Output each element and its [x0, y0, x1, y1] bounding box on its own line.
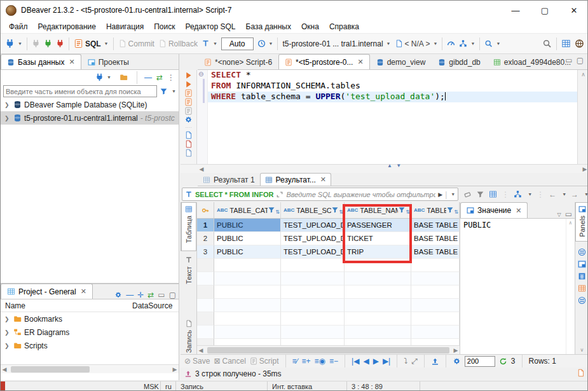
- notification-badge[interactable]: [1, 381, 5, 391]
- scroll-right-icon[interactable]: ▶: [171, 366, 179, 373]
- column-datasource[interactable]: DataSource: [128, 301, 172, 310]
- side-tab-запись[interactable]: Запись: [181, 317, 196, 353]
- execute-script-icon[interactable]: [184, 89, 193, 97]
- panel-value-icon[interactable]: [578, 260, 586, 268]
- maximize-panel-button[interactable]: ▢: [169, 291, 176, 299]
- grid-empty-row[interactable]: [197, 285, 460, 299]
- menu-item-7[interactable]: Справка: [324, 21, 364, 32]
- close-icon[interactable]: ✕: [357, 58, 363, 66]
- grid-hscrollbar[interactable]: ◀ ▶: [197, 345, 460, 354]
- filter-history-icon[interactable]: ▼: [451, 192, 455, 196]
- filters-menu-icon[interactable]: [476, 190, 484, 198]
- menu-item-3[interactable]: Поиск: [149, 21, 180, 32]
- statusbar-locale[interactable]: ru: [161, 381, 176, 391]
- chevron-down-icon[interactable]: ▼: [562, 192, 566, 196]
- explain-plan-icon[interactable]: [184, 107, 193, 115]
- sql-editor-button[interactable]: SQL▼: [72, 36, 111, 51]
- editor-settings-gear-icon[interactable]: [184, 116, 193, 124]
- value-vscrollbar[interactable]: ∧: [566, 219, 575, 354]
- grid-row-2[interactable]: 2PUBLICTEST_UPLOAD_DATTICKETBASE TABLE: [197, 232, 460, 245]
- db-tab-0[interactable]: Базы данных✕: [1, 54, 81, 69]
- results-grid[interactable]: ABCTABLE_CATA⇅ABCTABLE_SCHE⇅ABCTABLE_NAM…: [197, 202, 460, 354]
- side-tab-таблица[interactable]: Таблица: [181, 202, 196, 251]
- code-line-1[interactable]: FROM INFORMATION_SCHEMA.tables: [208, 81, 577, 92]
- transaction-log-button[interactable]: ▼: [256, 36, 275, 51]
- grid-empty-row[interactable]: [197, 299, 460, 312]
- apply-filter-icon[interactable]: ▶: [438, 191, 442, 198]
- output-console-icon[interactable]: [184, 149, 193, 157]
- fetch-page-icon[interactable]: ⤵: [404, 357, 407, 366]
- edit-row-icon[interactable]: ≡∕: [292, 357, 298, 366]
- grouping-panel-icon[interactable]: [578, 296, 586, 305]
- close-button[interactable]: ✕: [559, 1, 588, 20]
- metadata-panel-icon[interactable]: [578, 284, 586, 292]
- column-filter-sort-icons[interactable]: ⇅: [398, 206, 409, 215]
- db-tab-1[interactable]: Проекты: [81, 54, 135, 69]
- dashboard-button[interactable]: [445, 36, 457, 51]
- editor-vscrollbar[interactable]: ∧: [577, 70, 588, 164]
- minimize-panel-button[interactable]: ▭: [565, 210, 572, 218]
- row-number-3[interactable]: 3: [197, 245, 214, 259]
- chevron-down-icon[interactable]: ▼: [528, 192, 532, 196]
- sort-icon[interactable]: ⇅: [406, 209, 409, 215]
- view-options-icon[interactable]: [514, 190, 522, 198]
- db-tree-item-1[interactable]: ❯t5-prostore-01.ru-central1.internal - t…: [1, 111, 179, 125]
- prev-row-icon[interactable]: ◀: [363, 357, 369, 366]
- copy-row-icon[interactable]: ≡◉: [315, 357, 325, 366]
- sort-icon[interactable]: ⇅: [275, 209, 279, 215]
- connection-selector[interactable]: t5-prostore-01 ... tral1.internal▼: [280, 36, 392, 51]
- minimize-panel-button[interactable]: ▭: [158, 291, 165, 299]
- expand-all-button[interactable]: ✛: [137, 291, 144, 299]
- tab-panels[interactable]: Panels: [575, 202, 588, 242]
- scroll-left-icon[interactable]: ◀: [1, 366, 8, 373]
- grid-cell-r2c1[interactable]: PUBLIC: [214, 232, 281, 245]
- new-folder-button[interactable]: [118, 70, 130, 85]
- commit-button[interactable]: Commit: [116, 36, 156, 51]
- grid-cell-r1c4[interactable]: BASE TABLE: [411, 219, 460, 232]
- scroll-left-icon[interactable]: ◀: [198, 166, 205, 172]
- grid-column-header-1[interactable]: ABCTABLE_SCHE⇅: [281, 202, 345, 219]
- scroll-left-icon[interactable]: ◀: [197, 347, 205, 353]
- grid-row-1[interactable]: 1PUBLICTEST_UPLOAD_DATPASSENGERBASE TABL…: [197, 219, 460, 232]
- expand-filter-icon[interactable]: [276, 191, 284, 198]
- grid-empty-row[interactable]: [197, 259, 460, 272]
- sql-editor[interactable]: ⊖ SELECT *FROM INFORMATION_SCHEMA.tables…: [197, 70, 577, 164]
- value-viewer-icon[interactable]: [578, 248, 586, 256]
- view-menu-icon[interactable]: ▽: [557, 212, 561, 217]
- object-search-input[interactable]: [3, 85, 157, 97]
- export-result-icon[interactable]: [184, 131, 193, 139]
- grid-empty-row[interactable]: [197, 312, 460, 326]
- collapse-all-button[interactable]: —: [144, 74, 152, 81]
- project-tree-item-1[interactable]: ❯ER Diagrams: [1, 326, 179, 339]
- export-icon[interactable]: [431, 357, 439, 366]
- close-icon[interactable]: ✕: [81, 287, 86, 296]
- execute-new-tab-icon[interactable]: [184, 80, 193, 88]
- perspective-button[interactable]: [559, 36, 573, 51]
- db-tree-item-0[interactable]: ❯DBeaver Sample Database (SQLite): [1, 98, 179, 111]
- connect-button[interactable]: [30, 36, 42, 51]
- grid-settings-icon[interactable]: [489, 190, 497, 198]
- maximize-editor-button[interactable]: ▢: [577, 57, 584, 64]
- close-icon[interactable]: ✕: [516, 207, 521, 215]
- settings-gear-icon[interactable]: [453, 357, 461, 366]
- grid-column-header-3[interactable]: ABCTABLE_TY⇅: [411, 202, 460, 219]
- link-editor-button[interactable]: ⇄: [156, 74, 163, 81]
- close-icon[interactable]: ✕: [320, 175, 326, 184]
- project-tree-item-0[interactable]: ❯Bookmarks: [1, 312, 179, 326]
- chevron-right-icon[interactable]: ❯: [4, 115, 11, 121]
- grid-row-3[interactable]: 3PUBLICTEST_UPLOAD_DATTRIPBASE TABLE: [197, 245, 460, 259]
- scrollbar-thumb[interactable]: [207, 347, 449, 353]
- grid-empty-row[interactable]: [197, 272, 460, 285]
- grid-cell-r3c4[interactable]: BASE TABLE: [411, 245, 460, 259]
- fetch-size-input[interactable]: [465, 356, 495, 367]
- menu-item-5[interactable]: База данных: [241, 21, 296, 32]
- chevron-down-icon[interactable]: ▼: [584, 192, 588, 196]
- statusbar-position[interactable]: 3 : 48 : 89: [347, 381, 420, 391]
- link-editor-button[interactable]: ⇄: [147, 291, 154, 299]
- new-connection-button[interactable]: ▼: [3, 36, 24, 51]
- grid-cell-r3c2[interactable]: TEST_UPLOAD_DAT: [281, 245, 345, 259]
- script-log-icon[interactable]: [184, 140, 193, 148]
- fetch-all-icon[interactable]: ⤢: [411, 357, 418, 366]
- grid-cell-r2c4[interactable]: BASE TABLE: [411, 232, 460, 245]
- grid-cell-r3c1[interactable]: PUBLIC: [214, 245, 281, 259]
